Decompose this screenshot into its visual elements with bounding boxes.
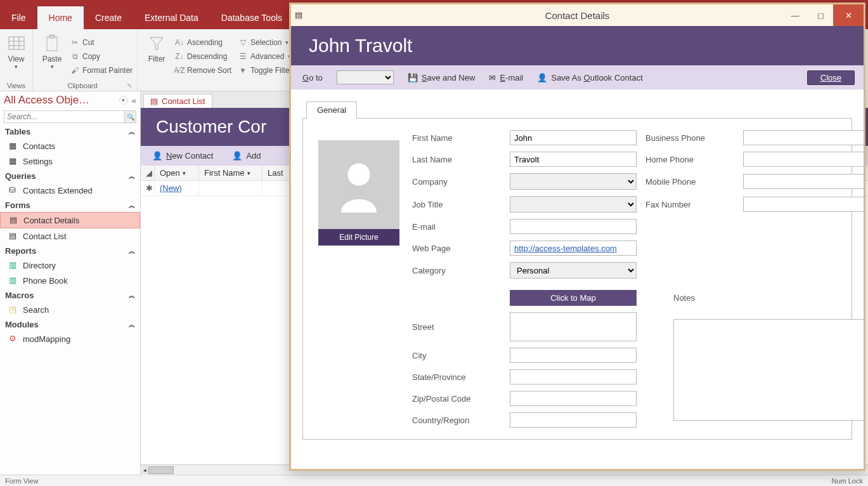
window-close-button[interactable]: ✕ bbox=[833, 4, 864, 26]
notes-textarea[interactable] bbox=[673, 319, 864, 421]
add-from-outlook-button[interactable]: 👤Add bbox=[232, 151, 261, 161]
toggle-filter-button[interactable]: ▼Toggle Filte bbox=[235, 64, 294, 77]
new-contact-button[interactable]: 👤New Contact bbox=[152, 151, 213, 161]
nav-item-search-macro[interactable]: ◳Search bbox=[0, 302, 140, 317]
datasheet-icon bbox=[6, 33, 27, 53]
label-mobile-phone: Mobile Phone bbox=[645, 177, 734, 187]
toggle-filter-icon: ▼ bbox=[238, 65, 248, 76]
nav-group-reports[interactable]: Reports bbox=[0, 244, 140, 258]
ribbon-tab-home[interactable]: Home bbox=[37, 6, 84, 29]
clipboard-dialog-launcher[interactable]: ⤡ bbox=[127, 82, 132, 89]
remove-sort-icon: A⁄Z bbox=[174, 65, 185, 76]
ribbon-tab-database-tools[interactable]: Database Tools bbox=[210, 6, 294, 29]
nav-collapse-button[interactable]: « bbox=[132, 96, 136, 105]
nav-item-phone-book[interactable]: ▥Phone Book bbox=[0, 273, 140, 288]
sort-asc-icon: A↓ bbox=[174, 37, 185, 48]
state-input[interactable] bbox=[510, 369, 637, 384]
nav-group-modules[interactable]: Modules bbox=[0, 317, 140, 331]
job-title-select[interactable] bbox=[510, 196, 637, 213]
nav-pane-title[interactable]: All Access Obje… bbox=[4, 94, 119, 107]
remove-sort-button[interactable]: A⁄ZRemove Sort bbox=[172, 64, 234, 77]
card-add-icon: 👤 bbox=[152, 151, 162, 161]
nav-item-contact-details[interactable]: ▤Contact Details bbox=[0, 212, 140, 228]
scroll-thumb[interactable] bbox=[148, 466, 174, 474]
nav-group-forms[interactable]: Forms bbox=[0, 198, 140, 212]
minimize-button[interactable]: — bbox=[782, 4, 808, 26]
category-select[interactable]: Personal bbox=[510, 262, 637, 279]
nav-group-macros[interactable]: Macros bbox=[0, 288, 140, 302]
first-name-input[interactable] bbox=[510, 130, 637, 145]
save-and-new-button[interactable]: 💾Save and New bbox=[408, 73, 476, 82]
view-button[interactable]: View ▾ bbox=[5, 32, 27, 71]
email-input[interactable] bbox=[510, 219, 637, 234]
table-icon: ▦ bbox=[9, 156, 19, 166]
label-business-phone: Business Phone bbox=[645, 133, 734, 143]
click-to-map-button[interactable]: Click to Map bbox=[510, 290, 637, 306]
nav-item-modmapping[interactable]: ⚙modMapping bbox=[0, 331, 140, 346]
filter-button[interactable]: Filter bbox=[143, 32, 171, 81]
ascending-button[interactable]: A↓Ascending bbox=[172, 36, 234, 49]
label-notes: Notes bbox=[673, 293, 864, 303]
nav-item-contacts[interactable]: ▦Contacts bbox=[0, 138, 140, 154]
contact-avatar[interactable] bbox=[318, 140, 399, 229]
nav-item-contact-list[interactable]: ▤Contact List bbox=[0, 228, 140, 244]
macro-icon: ◳ bbox=[9, 305, 19, 315]
goto-select[interactable] bbox=[337, 70, 394, 84]
form-icon: ▤ bbox=[150, 96, 158, 106]
advanced-button[interactable]: ☰Advanced bbox=[235, 50, 294, 63]
ribbon-tab-create[interactable]: Create bbox=[84, 6, 133, 29]
nav-item-settings[interactable]: ▦Settings bbox=[0, 154, 140, 169]
dialog-titlebar[interactable]: ▤ Contact Details — ◻ ✕ bbox=[291, 4, 864, 26]
nav-group-tables[interactable]: Tables bbox=[0, 124, 140, 138]
webpage-link[interactable]: http://access-templates.com bbox=[514, 244, 617, 253]
save-as-outlook-button[interactable]: 👤Save As Outlook Contact bbox=[537, 73, 643, 82]
email-button[interactable]: ✉E-mail bbox=[489, 73, 523, 82]
form-icon: ▤ bbox=[295, 10, 305, 20]
descending-button[interactable]: Z↓Descending bbox=[172, 50, 234, 63]
cut-button[interactable]: ✂Cut bbox=[67, 36, 135, 49]
new-row-selector[interactable]: ✱ bbox=[141, 181, 155, 195]
row-selector-header[interactable]: ◢ bbox=[141, 166, 155, 180]
fax-input[interactable] bbox=[743, 197, 864, 212]
svg-rect-6 bbox=[49, 35, 55, 38]
nav-search-button[interactable]: 🔍 bbox=[124, 111, 136, 122]
last-name-input[interactable] bbox=[510, 152, 637, 167]
copy-icon: ⧉ bbox=[70, 51, 80, 62]
zip-input[interactable] bbox=[510, 391, 637, 406]
business-phone-input[interactable] bbox=[743, 130, 864, 145]
nav-item-directory[interactable]: ▥Directory bbox=[0, 258, 140, 273]
close-button[interactable]: Close bbox=[807, 70, 855, 85]
format-painter-button[interactable]: 🖌Format Painter bbox=[67, 64, 135, 77]
ribbon-tab-file[interactable]: File bbox=[0, 6, 37, 29]
selection-button[interactable]: ▽Selection bbox=[235, 36, 294, 49]
form-icon: ▤ bbox=[10, 215, 20, 225]
scroll-left-arrow[interactable]: ◂ bbox=[141, 465, 148, 475]
maximize-button[interactable]: ◻ bbox=[808, 4, 833, 26]
copy-button[interactable]: ⧉Copy bbox=[67, 50, 135, 63]
new-row-link[interactable]: (New) bbox=[160, 183, 182, 193]
nav-group-queries[interactable]: Queries bbox=[0, 169, 140, 183]
nav-item-contacts-extended[interactable]: ⛁Contacts Extended bbox=[0, 183, 140, 198]
mobile-phone-input[interactable] bbox=[743, 174, 864, 189]
goto-label: Go to bbox=[302, 73, 323, 82]
street-input[interactable] bbox=[510, 312, 637, 341]
country-input[interactable] bbox=[510, 412, 637, 428]
col-open[interactable]: Open▾ bbox=[155, 166, 199, 180]
label-last-name: Last Name bbox=[412, 155, 501, 164]
contact-details-dialog: ▤ Contact Details — ◻ ✕ John Travolt Go … bbox=[289, 3, 865, 471]
nav-dropdown-icon[interactable]: ▾ bbox=[119, 96, 128, 105]
doc-tab-contact-list[interactable]: ▤Contact List bbox=[143, 94, 212, 108]
save-icon: 💾 bbox=[408, 73, 418, 82]
ribbon-tab-external-data[interactable]: External Data bbox=[133, 6, 210, 29]
company-select[interactable] bbox=[510, 173, 637, 190]
report-icon: ▥ bbox=[9, 260, 19, 270]
col-first-name[interactable]: First Name▾ bbox=[199, 166, 262, 180]
nav-search-input[interactable] bbox=[4, 111, 124, 122]
scissors-icon: ✂ bbox=[70, 37, 80, 48]
tab-general[interactable]: General bbox=[306, 102, 357, 119]
city-input[interactable] bbox=[510, 348, 637, 363]
edit-picture-button[interactable]: Edit Picture bbox=[318, 229, 399, 246]
svg-point-8 bbox=[347, 163, 370, 185]
home-phone-input[interactable] bbox=[743, 152, 864, 167]
paste-button[interactable]: Paste ▾ bbox=[38, 32, 66, 81]
